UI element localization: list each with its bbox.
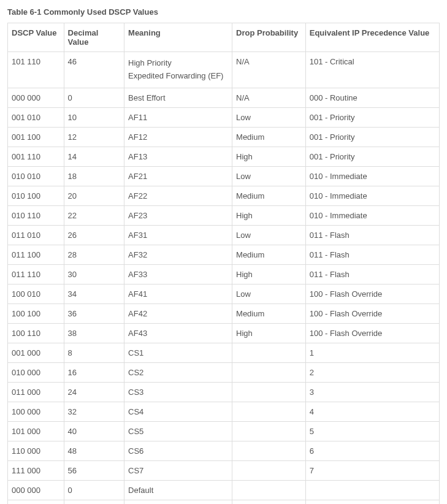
cell-decimal: 24 [64, 382, 124, 402]
cell-dscp: 001 010 [8, 107, 64, 127]
cell-meaning: AF23 [124, 205, 232, 225]
cell-equiv: 7 [305, 460, 439, 480]
table-row: 000 0000Best EffortN/A000 - Routine [8, 88, 440, 107]
table-row: 001 11014AF13High001 - Priority [8, 147, 440, 166]
cell-drop: N/A [232, 88, 306, 107]
cell-equiv: 6 [305, 441, 439, 460]
cell-decimal: 0 [64, 88, 124, 107]
table-row: 001 10012AF12Medium001 - Priority [8, 127, 440, 147]
cell-meaning: CS2 [124, 362, 232, 382]
cell-decimal: 48 [64, 441, 124, 460]
col-header-decimal: Decimal Value [64, 23, 124, 52]
cell-drop [232, 480, 306, 500]
cell-drop [232, 362, 306, 382]
col-header-equiv: Equivalent IP Precedence Value [305, 23, 439, 52]
table-row: 100 11038AF43High100 - Flash Override [8, 323, 440, 343]
cell-dscp: 110 000 [8, 441, 64, 460]
cell-meaning: CS4 [124, 402, 232, 421]
cell-equiv: 4 [305, 402, 439, 421]
cell-equiv: 010 - Immediate [305, 186, 439, 205]
table-row: 011 10028AF32Medium011 - Flash [8, 245, 440, 264]
cell-equiv [305, 500, 439, 504]
cell-equiv: 000 - Routine [305, 88, 439, 107]
cell-meaning: AF33 [124, 264, 232, 284]
table-row: 101 00040CS55 [8, 421, 440, 441]
cell-decimal: 22 [64, 205, 124, 225]
cell-dscp: 011 110 [8, 264, 64, 284]
cell-equiv: 011 - Flash [305, 245, 439, 264]
cell-dscp: 010 000 [8, 362, 64, 382]
table-row: 011 11030AF33High011 - Flash [8, 264, 440, 284]
cell-dscp: 100 100 [8, 304, 64, 323]
cell-dscp: 101 110 [8, 52, 64, 88]
cell-drop: Medium [232, 127, 306, 147]
cell-drop: Low [232, 284, 306, 304]
cell-dscp: 100 010 [8, 284, 64, 304]
cell-equiv: 011 - Flash [305, 264, 439, 284]
cell-drop: High [232, 147, 306, 166]
table-row: 111 00056CS77 [8, 460, 440, 480]
cell-drop: N/A [232, 52, 306, 88]
cell-decimal: 20 [64, 186, 124, 205]
cell-dscp: 011 000 [8, 382, 64, 402]
cell-dscp: 010 010 [8, 166, 64, 186]
cell-drop: Low [232, 107, 306, 127]
cell-dscp: 111 000 [8, 460, 64, 480]
cell-decimal: 28 [64, 245, 124, 264]
cell-equiv: 100 - Flash Override [305, 284, 439, 304]
cell-meaning: CS7 [124, 460, 232, 480]
cell-meaning: AF21 [124, 166, 232, 186]
cell-decimal: 26 [64, 225, 124, 245]
cell-meaning: CS5 [124, 421, 232, 441]
cell-dscp: 011 010 [8, 225, 64, 245]
cell-meaning: AF42 [124, 304, 232, 323]
cell-meaning: Default [124, 480, 232, 500]
cell-dscp: 001 100 [8, 127, 64, 147]
cell-meaning-line: Expedited Forwarding (EF) [128, 70, 228, 83]
table-header-row: DSCP Value Decimal Value Meaning Drop Pr… [8, 23, 440, 52]
cell-drop [232, 343, 306, 362]
cell-equiv: 010 - Immediate [305, 166, 439, 186]
cell-decimal: 10 [64, 107, 124, 127]
cell-dscp: 100 110 [8, 323, 64, 343]
cell-meaning: High PriorityExpedited Forwarding (EF) [124, 52, 232, 88]
cell-meaning: CS1 [124, 343, 232, 362]
cell-equiv: 3 [305, 382, 439, 402]
cell-equiv: 1 [305, 343, 439, 362]
col-header-drop: Drop Probability [232, 23, 306, 52]
cell-dscp: 011 100 [8, 245, 64, 264]
cell-decimal: 56 [64, 460, 124, 480]
cell-drop: Medium [232, 186, 306, 205]
table-row: 101 11046EF [8, 500, 440, 504]
table-row: 010 00016CS22 [8, 362, 440, 382]
cell-drop [232, 441, 306, 460]
cell-equiv: 2 [305, 362, 439, 382]
col-header-dscp: DSCP Value [8, 23, 64, 52]
cell-drop [232, 382, 306, 402]
cell-decimal: 18 [64, 166, 124, 186]
cell-decimal: 32 [64, 402, 124, 421]
cell-drop: Medium [232, 304, 306, 323]
table-row: 110 00048CS66 [8, 441, 440, 460]
table-row: 010 01018AF21Low010 - Immediate [8, 166, 440, 186]
cell-drop [232, 500, 306, 504]
cell-dscp: 101 110 [8, 500, 64, 504]
table-row: 100 10036AF42Medium100 - Flash Override [8, 304, 440, 323]
cell-drop: Low [232, 225, 306, 245]
cell-meaning: AF12 [124, 127, 232, 147]
cell-decimal: 30 [64, 264, 124, 284]
table-title: Table 6-1 Commonly Used DSCP Values [7, 7, 440, 17]
cell-decimal: 40 [64, 421, 124, 441]
col-header-meaning: Meaning [124, 23, 232, 52]
cell-decimal: 34 [64, 284, 124, 304]
table-row: 100 00032CS44 [8, 402, 440, 421]
cell-dscp: 001 000 [8, 343, 64, 362]
cell-drop [232, 402, 306, 421]
cell-dscp: 101 000 [8, 421, 64, 441]
cell-decimal: 12 [64, 127, 124, 147]
cell-dscp: 010 100 [8, 186, 64, 205]
cell-meaning: AF31 [124, 225, 232, 245]
cell-meaning: AF22 [124, 186, 232, 205]
dscp-table: DSCP Value Decimal Value Meaning Drop Pr… [7, 23, 440, 504]
cell-equiv: 100 - Flash Override [305, 323, 439, 343]
